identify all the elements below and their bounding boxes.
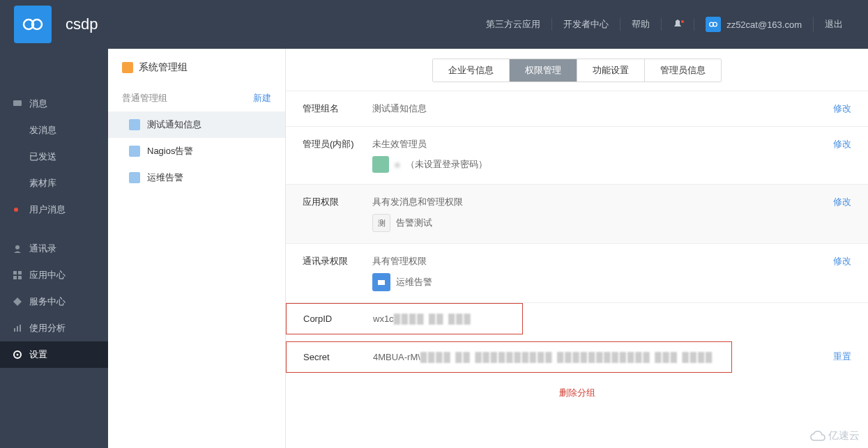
link-third-party[interactable]: 第三方云应用 [475, 18, 552, 31]
svg-rect-15 [378, 280, 385, 285]
infinity-icon [21, 13, 45, 36]
user-icon [129, 146, 140, 157]
svg-rect-10 [14, 328, 15, 332]
tab-feature-settings[interactable]: 功能设置 [577, 59, 645, 82]
left-nav: 消息 发消息 已发送 素材库 用户消息 通讯录 应用中心 服务中心 使用分析 设… [0, 49, 108, 448]
label-contact-perm: 通讯录权限 [303, 255, 372, 268]
app-logo [14, 6, 52, 43]
app-perm-item-icon: 测 [372, 214, 390, 232]
nav-materials[interactable]: 素材库 [0, 170, 108, 196]
nav-sent[interactable]: 已发送 [0, 144, 108, 170]
panel-section-header: 普通管理组 新建 [108, 84, 285, 111]
nav-messages[interactable]: 消息 [0, 91, 108, 117]
label-group-name: 管理组名 [303, 102, 372, 115]
link-logout[interactable]: 退出 [814, 18, 854, 31]
nav-contacts[interactable]: 通讯录 [0, 235, 108, 262]
row-group-name: 管理组名 测试通知信息 修改 [286, 91, 868, 127]
value-group-name: 测试通知信息 [372, 102, 833, 115]
chart-icon [13, 323, 22, 333]
top-header: csdp 第三方云应用 开发者中心 帮助 zz52cat@163.com 退出 [0, 0, 868, 49]
label-app-perm: 应用权限 [303, 196, 372, 208]
secret-value: 4MBUA-rM\ [373, 352, 420, 362]
contact-perm-item: 运维告警 [396, 276, 432, 288]
svg-rect-7 [18, 271, 22, 275]
tab-permission-mgmt[interactable]: 权限管理 [510, 59, 577, 82]
row-contact-perm: 通讯录权限 具有管理权限 运维告警 修改 [286, 244, 868, 303]
group-panel: 系统管理组 普通管理组 新建 测试通知信息 Nagios告警 运维告警 [108, 49, 286, 448]
group-item-test-notify[interactable]: 测试通知信息 [108, 111, 285, 138]
panel-title: 系统管理组 [108, 49, 285, 84]
admin-name-blurred: ■ [395, 160, 400, 170]
corpid-value: wx1c [373, 314, 394, 324]
header-links: 第三方云应用 开发者中心 帮助 zz52cat@163.com 退出 [475, 17, 854, 32]
nav-analytics[interactable]: 使用分析 [0, 315, 108, 341]
user-icon [129, 172, 140, 183]
tab-enterprise-info[interactable]: 企业号信息 [433, 59, 510, 82]
contact-perm-value: 具有管理权限 [372, 256, 427, 266]
row-app-perm: 应用权限 具有发消息和管理权限 测 告警测试 修改 [286, 185, 868, 244]
modify-app-perm[interactable]: 修改 [833, 196, 851, 208]
corpid-blurred: ████ ██ ███ [394, 314, 472, 324]
secret-blurred: ████ ██ ██████████ ████████████ ███ ████ [420, 352, 713, 362]
svg-rect-11 [17, 326, 18, 332]
link-dev-center[interactable]: 开发者中心 [552, 18, 620, 31]
delete-group-link[interactable]: 删除分组 [286, 373, 868, 413]
label-admin: 管理员(内部) [303, 138, 372, 150]
svg-point-14 [17, 354, 19, 356]
tab-admin-info[interactable]: 管理员信息 [645, 59, 721, 82]
folder-icon [122, 62, 133, 73]
service-icon [13, 297, 22, 307]
user-menu[interactable]: zz52cat@163.com [694, 17, 814, 32]
svg-rect-12 [20, 325, 21, 332]
row-admin: 管理员(内部) 未生效管理员 ■ （未设置登录密码） 修改 [286, 127, 868, 185]
contacts-icon [13, 244, 22, 254]
label-secret: Secret [303, 352, 373, 362]
admin-avatar-icon [372, 156, 389, 173]
svg-rect-8 [13, 276, 17, 279]
modify-contact-perm[interactable]: 修改 [833, 255, 851, 268]
row-corpid: CorpID wx1c████ ██ ███ [287, 314, 522, 324]
modify-group-name[interactable]: 修改 [833, 102, 851, 115]
nav-settings[interactable]: 设置 [0, 341, 108, 368]
user-avatar-icon [706, 17, 721, 32]
user-icon [129, 119, 140, 130]
notification-bell[interactable] [662, 19, 694, 31]
svg-rect-9 [18, 276, 22, 279]
modify-admin[interactable]: 修改 [833, 138, 851, 150]
main-content: 企业号信息 权限管理 功能设置 管理员信息 管理组名 测试通知信息 修改 管理员… [286, 49, 868, 448]
grid-icon [13, 270, 22, 280]
row-secret: Secret 4MBUA-rM\████ ██ ██████████ █████… [287, 352, 731, 362]
group-item-nagios[interactable]: Nagios告警 [108, 138, 285, 164]
label-corpid: CorpID [303, 314, 373, 324]
user-email: zz52cat@163.com [726, 20, 802, 30]
nav-user-msg[interactable]: 用户消息 [0, 196, 108, 223]
cloud-icon [810, 431, 825, 442]
nav-app-center[interactable]: 应用中心 [0, 262, 108, 288]
group-item-ops[interactable]: 运维告警 [108, 164, 285, 191]
nav-send-msg[interactable]: 发消息 [0, 117, 108, 144]
red-dot-icon [14, 208, 18, 212]
folder-blue-icon [372, 273, 390, 291]
app-title: csdp [66, 15, 98, 33]
reset-secret[interactable]: 重置 [833, 350, 851, 363]
svg-rect-4 [13, 100, 22, 106]
gear-icon [13, 350, 22, 360]
tab-bar: 企业号信息 权限管理 功能设置 管理员信息 [286, 49, 868, 91]
new-group-link[interactable]: 新建 [253, 92, 271, 105]
watermark: 亿速云 [810, 429, 860, 442]
chat-icon [13, 99, 22, 109]
app-perm-value: 具有发消息和管理权限 [372, 196, 463, 207]
admin-status: 未生效管理员 [372, 139, 427, 149]
app-perm-item: 告警测试 [396, 217, 432, 229]
link-help[interactable]: 帮助 [620, 18, 662, 31]
nav-service-center[interactable]: 服务中心 [0, 288, 108, 315]
svg-rect-6 [13, 271, 17, 275]
admin-password-note: （未设置登录密码） [406, 158, 487, 171]
svg-point-5 [15, 245, 20, 249]
notification-dot [681, 20, 684, 23]
